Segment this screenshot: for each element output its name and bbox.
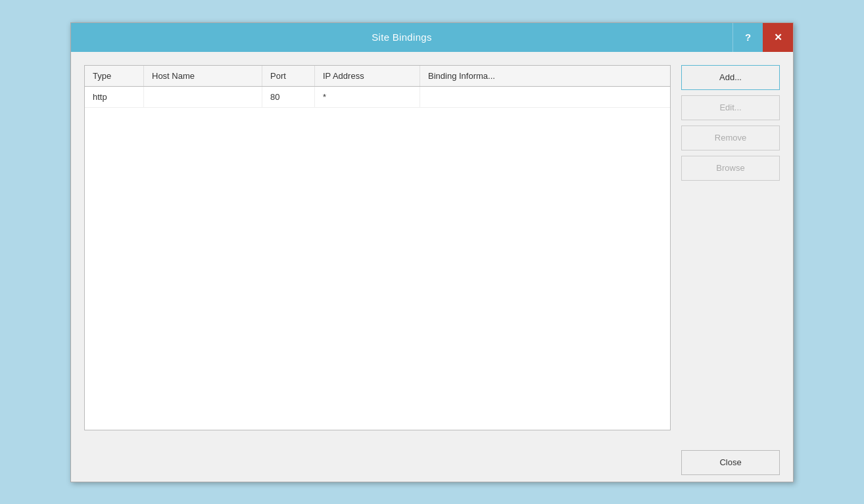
close-titlebar-button[interactable]: ✕	[763, 23, 793, 52]
cell-hostname	[144, 87, 262, 107]
dialog-title: Site Bindings	[372, 32, 431, 43]
col-header-type: Type	[85, 66, 144, 86]
cell-binding	[420, 87, 670, 107]
table-body: http 80 *	[85, 87, 670, 430]
col-header-hostname: Host Name	[144, 66, 262, 86]
edit-button[interactable]: Edit...	[681, 95, 780, 120]
col-header-ipaddress: IP Address	[315, 66, 420, 86]
close-button[interactable]: Close	[681, 450, 780, 475]
browse-button[interactable]: Browse	[681, 156, 780, 181]
col-header-port: Port	[262, 66, 315, 86]
col-header-binding: Binding Informa...	[420, 66, 670, 86]
table-header: Type Host Name Port IP Address Binding I…	[85, 66, 670, 87]
cell-port: 80	[262, 87, 315, 107]
dialog-footer: Close	[71, 444, 793, 482]
remove-button[interactable]: Remove	[681, 126, 780, 150]
site-bindings-dialog: Site Bindings ? ✕ Type Host Name Port IP…	[70, 22, 794, 482]
cell-type: http	[85, 87, 144, 107]
title-bar-left: Site Bindings	[71, 32, 732, 43]
bindings-table: Type Host Name Port IP Address Binding I…	[84, 65, 671, 430]
title-bar: Site Bindings ? ✕	[71, 23, 793, 52]
cell-ipaddress: *	[315, 87, 420, 107]
add-button[interactable]: Add...	[681, 65, 780, 90]
title-bar-buttons: ? ✕	[732, 23, 793, 52]
action-buttons: Add... Edit... Remove Browse	[681, 65, 780, 430]
dialog-body: Type Host Name Port IP Address Binding I…	[71, 52, 793, 444]
help-button[interactable]: ?	[732, 23, 763, 52]
table-row[interactable]: http 80 *	[85, 87, 670, 108]
